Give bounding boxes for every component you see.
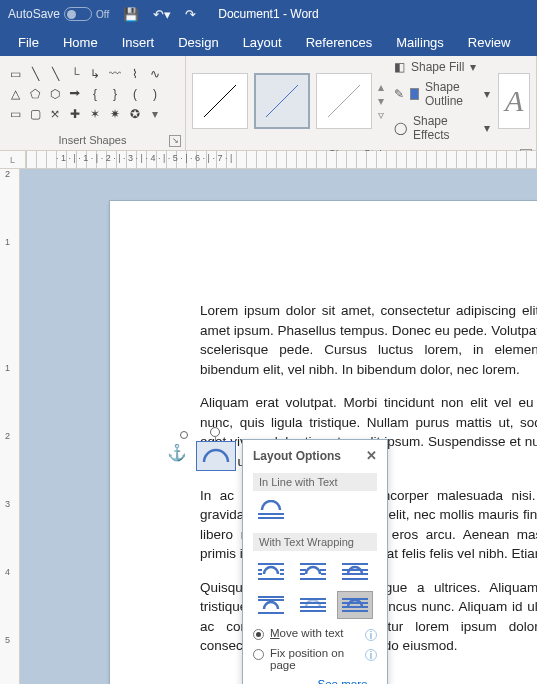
tab-layout[interactable]: Layout: [231, 28, 294, 56]
wrap-topbottom[interactable]: [253, 591, 289, 619]
tab-review[interactable]: Review: [456, 28, 523, 56]
shape-roundrect-icon[interactable]: ▢: [26, 105, 44, 123]
shape-textbox-icon[interactable]: ▭: [6, 65, 24, 83]
pen-icon: ✎: [394, 87, 404, 101]
effects-icon: ◯: [394, 121, 407, 135]
shape-curve-icon[interactable]: 〰: [106, 65, 124, 83]
shape-connector-z-icon[interactable]: ↳: [86, 65, 104, 83]
radio-fix-label: Fix position on page: [270, 647, 359, 671]
shape-tri-icon[interactable]: △: [6, 85, 24, 103]
layout-options-popup: Layout Options ✕ In Line with Text With …: [242, 439, 388, 684]
horizontal-ruler[interactable]: · 1 · | · 1 · | · 2 · | · 3 · | · 4 · | …: [26, 151, 537, 169]
shape-styles-more-icon[interactable]: ▴▾▿: [378, 73, 384, 129]
redo-icon[interactable]: ↷: [185, 7, 196, 22]
autosave-label: AutoSave: [8, 7, 60, 21]
shape-burst-icon[interactable]: ✷: [106, 105, 124, 123]
shape-arrowblock-icon[interactable]: ⮕: [66, 85, 84, 103]
vertical-ruler[interactable]: 2112345: [0, 169, 20, 684]
shape-scribble-icon[interactable]: ∿: [146, 65, 164, 83]
tab-file[interactable]: File: [6, 28, 51, 56]
h-ruler-numbers: · 1 · | · 1 · | · 2 · | · 3 · | · 4 · | …: [56, 153, 232, 163]
shape-line-icon[interactable]: ╲: [26, 65, 44, 83]
shape-effects-button[interactable]: ◯ Shape Effects▾: [394, 114, 490, 142]
shape-arrows-icon[interactable]: ⤧: [46, 105, 64, 123]
layout-options-title: Layout Options: [253, 449, 341, 463]
shape-style-2[interactable]: [254, 73, 310, 129]
paragraph-1[interactable]: Lorem ipsum dolor sit amet, consectetur …: [200, 301, 537, 379]
wrap-inline[interactable]: [253, 497, 289, 525]
shape-hex-icon[interactable]: ⬡: [46, 85, 64, 103]
group-insert-shapes-label: Insert Shapes: [59, 134, 127, 146]
tab-insert[interactable]: Insert: [110, 28, 167, 56]
shape-gallery[interactable]: ▭ ╲ ╲ └ ↳ 〰 ⌇ ∿ △ ⬠ ⬡ ⮕ { } ( ) ▭ ▢ ⤧ ✚: [6, 65, 164, 123]
size-handle-tl[interactable]: [180, 431, 188, 439]
bucket-icon: ◧: [394, 60, 405, 74]
svg-line-2: [328, 85, 360, 117]
shape-freeform-icon[interactable]: ⌇: [126, 65, 144, 83]
shape-line2-icon[interactable]: ╲: [46, 65, 64, 83]
shape-outline-label: Shape Outline: [425, 80, 478, 108]
radio-move-with-text[interactable]: [253, 629, 264, 640]
wrap-infront[interactable]: [337, 591, 373, 619]
tab-mailings[interactable]: Mailings: [384, 28, 456, 56]
shape-paren-icon[interactable]: (: [126, 85, 144, 103]
undo-icon[interactable]: ↶▾: [153, 7, 171, 22]
shape-effects-label: Shape Effects: [413, 114, 478, 142]
shape-outline-button[interactable]: ✎ Shape Outline▾: [394, 80, 490, 108]
shape-cross-icon[interactable]: ✚: [66, 105, 84, 123]
shape-star-icon[interactable]: ✶: [86, 105, 104, 123]
tab-references[interactable]: References: [294, 28, 384, 56]
shape-connector-l-icon[interactable]: └: [66, 65, 84, 83]
autosave-state: Off: [96, 9, 109, 20]
radio-move-label: Move with text: [270, 627, 359, 639]
inserted-shape[interactable]: [196, 441, 236, 471]
wrap-square[interactable]: [253, 557, 289, 585]
svg-line-1: [266, 85, 298, 117]
close-icon[interactable]: ✕: [366, 448, 377, 463]
wrap-tight[interactable]: [295, 557, 331, 585]
window-title: Document1 - Word: [218, 7, 318, 21]
shape-callout-icon[interactable]: ✪: [126, 105, 144, 123]
gallery-more-icon[interactable]: ▾: [146, 105, 164, 123]
wrap-through[interactable]: [337, 557, 373, 585]
shape-fill-label: Shape Fill: [411, 60, 464, 74]
ribbon-tabs: File Home Insert Design Layout Reference…: [0, 28, 537, 56]
section-wrap-label: With Text Wrapping: [253, 533, 377, 551]
anchor-icon[interactable]: ⚓: [167, 443, 187, 462]
wordart-style-button[interactable]: A: [498, 73, 530, 129]
radio-fix-position[interactable]: [253, 649, 264, 660]
shape-pent-icon[interactable]: ⬠: [26, 85, 44, 103]
save-icon[interactable]: 💾: [123, 7, 139, 22]
shape-brace-l-icon[interactable]: {: [86, 85, 104, 103]
shape-style-3[interactable]: [316, 73, 372, 129]
tab-home[interactable]: Home: [51, 28, 110, 56]
insert-shapes-launcher-icon[interactable]: ↘: [169, 135, 181, 147]
svg-line-0: [204, 85, 236, 117]
info-move-icon[interactable]: i: [365, 629, 377, 641]
shape-rect-icon[interactable]: ▭: [6, 105, 24, 123]
ruler-corner: L: [0, 151, 26, 169]
section-inline-label: In Line with Text: [253, 473, 377, 491]
autosave-toggle[interactable]: [64, 7, 92, 21]
shape-fill-button[interactable]: ◧ Shape Fill▾: [394, 60, 490, 74]
info-fix-icon[interactable]: i: [365, 649, 377, 661]
shape-style-1[interactable]: [192, 73, 248, 129]
wrap-behind[interactable]: [295, 591, 331, 619]
see-more-link[interactable]: See more...: [318, 678, 377, 684]
tab-design[interactable]: Design: [166, 28, 230, 56]
shape-brace-r-icon[interactable]: }: [106, 85, 124, 103]
shape-paren2-icon[interactable]: ): [146, 85, 164, 103]
